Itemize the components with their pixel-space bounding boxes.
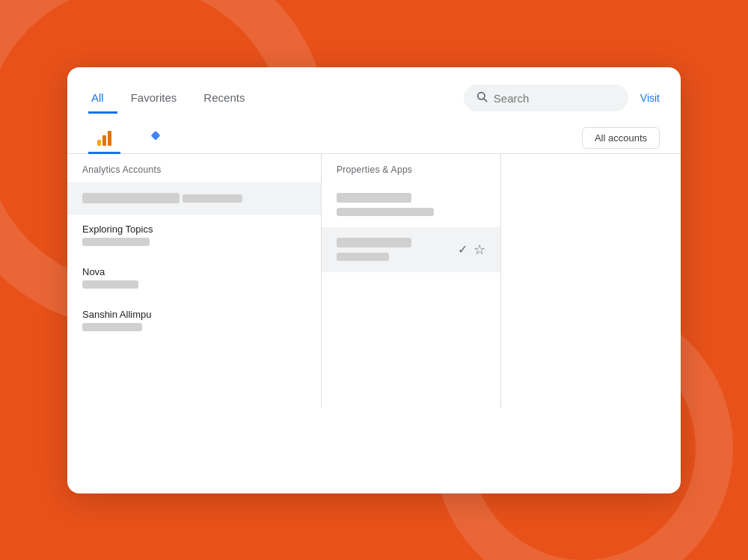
- account-sub: █████████: [183, 194, 242, 203]
- account-item[interactable]: Sanshin Allimpu ████████: [67, 300, 321, 342]
- content-area: Analytics Accounts ████████████ ████████…: [67, 154, 681, 408]
- property-name: ████████: [337, 193, 411, 203]
- account-sub: █████████: [82, 238, 150, 246]
- search-input[interactable]: [494, 92, 616, 105]
- right-column: [501, 154, 681, 408]
- properties-column: Properties & Apps ████████ ██ · ██ ██ ██…: [322, 154, 501, 408]
- google-ads-icon-button[interactable]: [138, 123, 173, 154]
- tab-all[interactable]: All: [88, 84, 117, 114]
- properties-column-header: Properties & Apps: [322, 154, 500, 182]
- tab-recents[interactable]: Recents: [190, 84, 258, 114]
- account-picker-modal: All Favorites Recents Visit: [67, 67, 681, 493]
- top-bar: All Favorites Recents Visit: [67, 67, 681, 113]
- property-sub: ████ ████: [337, 253, 389, 261]
- star-icon[interactable]: ☆: [473, 241, 485, 258]
- account-item[interactable]: Exploring Topics █████████: [67, 215, 321, 257]
- analytics-icon: [97, 129, 111, 146]
- property-info: ████████ ██ · ██ ██ ██ ██: [337, 191, 485, 218]
- property-sub: ██ · ██ ██ ██ ██: [337, 208, 434, 216]
- analytics-icon-button[interactable]: [88, 123, 120, 154]
- search-area: Visit: [464, 84, 660, 111]
- visit-button[interactable]: Visit: [640, 86, 660, 110]
- search-box[interactable]: [464, 84, 628, 111]
- account-name: Exploring Topics: [82, 224, 306, 235]
- property-item[interactable]: ████████... ████ ████ ✓ ☆: [322, 227, 500, 272]
- check-icon: ✓: [458, 242, 468, 256]
- accounts-column-header: Analytics Accounts: [67, 154, 321, 182]
- svg-rect-2: [151, 130, 161, 140]
- all-accounts-badge[interactable]: All accounts: [582, 127, 660, 149]
- tabs-container: All Favorites Recents: [88, 84, 258, 113]
- product-row: All accounts: [67, 113, 681, 154]
- account-item[interactable]: ████████████ █████████: [67, 182, 321, 215]
- account-item[interactable]: Nova ███████: [67, 257, 321, 300]
- account-sub: ███████: [82, 280, 138, 289]
- property-item[interactable]: ████████ ██ · ██ ██ ██ ██: [322, 182, 500, 227]
- svg-line-1: [484, 99, 487, 102]
- tab-favorites[interactable]: Favorites: [117, 84, 191, 114]
- account-name: Nova: [82, 266, 306, 277]
- accounts-column: Analytics Accounts ████████████ ████████…: [67, 154, 322, 408]
- search-icon: [476, 90, 488, 105]
- account-name: ████████████: [82, 193, 180, 203]
- google-ads-icon: [147, 129, 164, 146]
- account-sub: ████████: [82, 323, 142, 331]
- property-name: ████████...: [337, 238, 411, 247]
- property-info: ████████... ████ ████: [337, 236, 449, 263]
- account-name: Sanshin Allimpu: [82, 309, 306, 320]
